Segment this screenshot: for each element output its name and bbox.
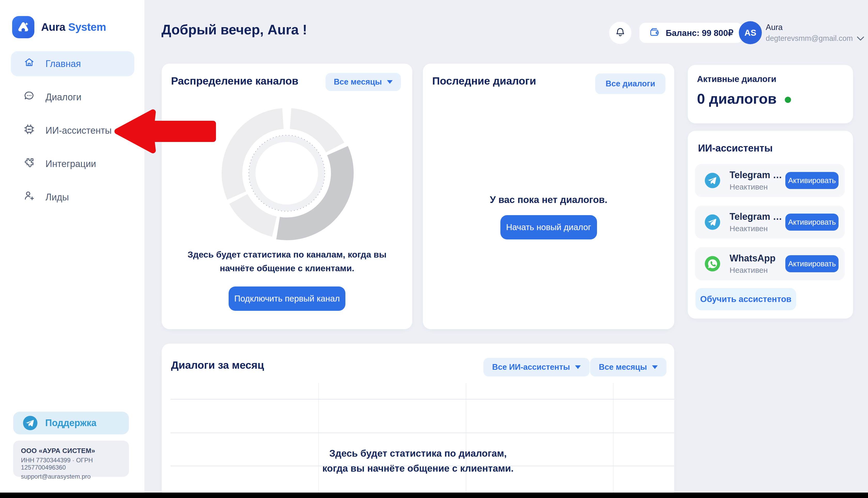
- company-name: ООО «АУРА СИСТЕМ»: [21, 447, 121, 455]
- recent-dialogs-card: Последние диалоги Все диалоги У вас пока…: [423, 64, 674, 329]
- assistant-name: Telegram …: [730, 211, 785, 222]
- monthly-card-title: Диалоги за месяц: [171, 359, 264, 371]
- assistant-info: WhatsApp Неактивен: [730, 253, 785, 275]
- dialogs-empty-message: У вас пока нет диалогов.: [423, 193, 674, 207]
- chip-icon: [23, 123, 35, 137]
- channels-distribution-card: Распределение каналов Все месяцы Здесь б…: [162, 64, 412, 329]
- company-email: support@aurasystem.pro: [21, 473, 121, 480]
- taskbar-strip: [0, 493, 868, 498]
- monthly-empty-message: Здесь будет статистика по диалогам, когд…: [162, 446, 674, 476]
- page-title: Добрый вечер, Aura !: [161, 22, 307, 38]
- bell-icon: [614, 27, 626, 39]
- dashboard-page: Aura System Главная: [0, 0, 868, 498]
- sidebar-item-label: Диалоги: [45, 92, 81, 103]
- channels-empty-line1: Здесь будет статистика по каналам, когда…: [162, 248, 412, 261]
- assistant-row: WhatsApp Неактивен Активировать: [695, 247, 845, 280]
- telegram-icon: [23, 415, 38, 431]
- grid-line: [171, 433, 674, 433]
- company-info: ООО «АУРА СИСТЕМ» ИНН 7730344399 · ОГРН …: [13, 441, 129, 477]
- assistant-status: Неактивен: [730, 266, 785, 275]
- telegram-icon: [704, 214, 721, 231]
- active-dialogs-title: Активные диалоги: [697, 74, 776, 84]
- assistant-row: Telegram … Неактивен Активировать: [695, 164, 845, 197]
- channels-empty-message: Здесь будет статистика по каналам, когда…: [162, 248, 412, 275]
- sidebar-item-label: Лиды: [45, 192, 69, 203]
- months-filter-dropdown[interactable]: Все месяцы: [590, 358, 666, 377]
- user-email-row: degterevsmm@gmail.com: [766, 34, 865, 43]
- months-filter-dropdown[interactable]: Все месяцы: [325, 73, 401, 91]
- assistants-filter-label: Все ИИ-ассистенты: [492, 363, 570, 372]
- brand-logo: Aura System: [12, 16, 106, 38]
- active-dialogs-value-row: 0 диалогов: [697, 90, 791, 107]
- assistant-info: Telegram … Неактивен: [730, 170, 785, 191]
- monthly-empty-line2: когда вы начнёте общение с клиентами.: [162, 461, 674, 476]
- red-annotation-arrow: [112, 108, 220, 155]
- active-dialogs-count: 0 диалогов: [697, 90, 776, 107]
- activate-button[interactable]: Активировать: [785, 172, 839, 189]
- caret-down-icon: [387, 80, 393, 84]
- all-dialogs-label: Все диалоги: [606, 79, 655, 89]
- avatar-initials: AS: [745, 28, 756, 38]
- user-name: Aura: [766, 23, 865, 32]
- recent-card-title: Последние диалоги: [432, 75, 536, 87]
- wallet-icon: [649, 27, 660, 39]
- brand-name-primary: Aura: [41, 21, 65, 33]
- grid-line: [318, 383, 319, 498]
- chat-icon: [23, 90, 35, 104]
- sidebar-item-integrations[interactable]: Интеграции: [11, 151, 134, 176]
- months-filter-label: Все месяцы: [599, 363, 647, 372]
- caret-down-icon: [575, 365, 581, 369]
- user-email: degterevsmm@gmail.com: [766, 34, 853, 43]
- support-label: Поддержка: [45, 418, 96, 429]
- assistants-card-title: ИИ-ассистенты: [698, 143, 773, 154]
- brand-name-secondary: System: [68, 21, 106, 33]
- sidebar-item-label: ИИ-ассистенты: [45, 125, 112, 136]
- whatsapp-icon: [704, 255, 721, 272]
- balance-button[interactable]: Баланс: 99 800₽: [639, 23, 743, 43]
- sidebar: Aura System Главная: [0, 0, 145, 498]
- user-menu[interactable]: Aura degterevsmm@gmail.com: [766, 23, 865, 43]
- grid-line: [466, 383, 466, 498]
- channels-empty-line2: начнёте общение с клиентами.: [162, 261, 412, 275]
- sidebar-item-home[interactable]: Главная: [11, 51, 134, 76]
- avatar[interactable]: AS: [739, 21, 762, 44]
- sidebar-item-label: Главная: [45, 58, 81, 69]
- start-new-dialog-button[interactable]: Начать новый диалог: [500, 215, 597, 239]
- all-dialogs-button[interactable]: Все диалоги: [595, 74, 665, 94]
- activate-button[interactable]: Активировать: [785, 255, 839, 272]
- brand-name: Aura System: [41, 21, 106, 34]
- home-icon: [23, 57, 35, 71]
- assistant-status: Неактивен: [730, 183, 785, 191]
- online-status-dot: [785, 97, 791, 103]
- assistant-name: Telegram …: [730, 170, 785, 181]
- activate-button[interactable]: Активировать: [785, 213, 839, 231]
- assistant-row: Telegram … Неактивен Активировать: [695, 206, 845, 239]
- train-assistants-button[interactable]: Обучить ассистентов: [695, 288, 796, 310]
- chevron-down-icon: [856, 34, 865, 43]
- person-plus-icon: [23, 190, 35, 204]
- company-registration: ИНН 7730344399 · ОГРН 1257700496360: [21, 457, 121, 471]
- sidebar-item-dialogs[interactable]: Диалоги: [11, 84, 134, 110]
- assistants-filter-dropdown[interactable]: Все ИИ-ассистенты: [483, 358, 589, 377]
- channels-card-title: Распределение каналов: [171, 75, 298, 87]
- connect-first-channel-button[interactable]: Подключить первый канал: [229, 287, 345, 311]
- telegram-icon: [704, 172, 721, 189]
- grid-line: [171, 399, 674, 399]
- monthly-dialogs-card: Диалоги за месяц Все ИИ-ассистенты Все м…: [162, 344, 674, 498]
- assistant-status: Неактивен: [730, 224, 785, 233]
- assistant-name: WhatsApp: [730, 253, 785, 264]
- active-dialogs-card: Активные диалоги 0 диалогов: [688, 65, 853, 123]
- months-filter-label: Все месяцы: [334, 77, 382, 87]
- aura-logo-icon: [12, 16, 35, 38]
- balance-label: Баланс: 99 800₽: [666, 28, 733, 38]
- monthly-empty-line1: Здесь будет статистика по диалогам,: [162, 446, 674, 461]
- grid-line: [613, 383, 613, 498]
- assistant-info: Telegram … Неактивен: [730, 211, 785, 233]
- ai-assistants-card: ИИ-ассистенты Telegram … Неактивен Актив…: [688, 131, 853, 318]
- caret-down-icon: [652, 365, 658, 369]
- support-button[interactable]: Поддержка: [13, 412, 129, 434]
- monthly-chart-grid: [162, 383, 674, 498]
- sidebar-item-leads[interactable]: Лиды: [11, 185, 134, 210]
- notifications-button[interactable]: [609, 22, 632, 44]
- puzzle-icon: [23, 157, 35, 171]
